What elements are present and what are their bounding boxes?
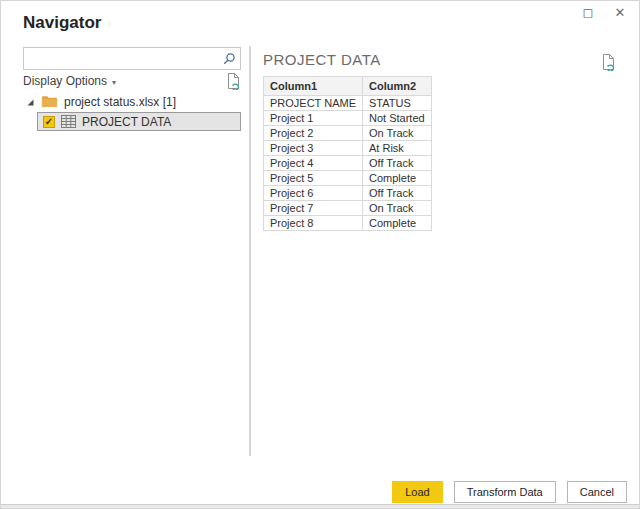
window-controls: ◻ ✕ [579,3,629,21]
navigation-tree: project status.xlsx [1] ✓ PROJECT DATA [23,93,241,131]
table-cell: PROJECT NAME [264,96,363,111]
preview-table: Column1Column2 PROJECT NAMESTATUSProject… [263,76,432,231]
table-row: Project 5Complete [264,171,432,186]
table-row: Project 4Off Track [264,156,432,171]
refresh-source-button[interactable] [226,72,241,90]
table-cell: Project 1 [264,111,363,126]
file-refresh-icon [601,53,616,71]
table-cell: Off Track [362,156,431,171]
column-header: Column1 [264,77,363,96]
file-refresh-icon [226,72,241,90]
checkmark-icon: ✓ [45,117,53,127]
window-bottom-edge [1,504,639,508]
search-input[interactable] [24,48,218,69]
table-cell: Project 2 [264,126,363,141]
transform-data-button[interactable]: Transform Data [454,481,556,503]
table-row: Project 6Off Track [264,186,432,201]
display-options-dropdown[interactable]: Display Options ▾ [23,74,116,88]
refresh-preview-button[interactable] [601,53,616,71]
maximize-button[interactable]: ◻ [579,3,597,21]
preview-title: PROJECT DATA [263,51,381,68]
search-box [23,47,241,70]
display-options-row: Display Options ▾ [23,70,241,92]
search-icon [222,52,236,66]
tree-item-workbook[interactable]: project status.xlsx [1] [23,93,241,110]
table-row: PROJECT NAMESTATUS [264,96,432,111]
tree-expand-icon[interactable] [25,97,35,107]
table-row: Project 8Complete [264,216,432,231]
table-cell: Project 8 [264,216,363,231]
column-header: Column2 [362,77,431,96]
pane-divider [249,46,251,456]
search-button[interactable] [218,48,240,69]
table-cell: Complete [362,171,431,186]
footer-buttons: Load Transform Data Cancel [392,481,627,503]
tree-item-label: PROJECT DATA [82,115,171,129]
cancel-button[interactable]: Cancel [567,481,627,503]
display-options-label: Display Options [23,74,107,88]
table-cell: On Track [362,201,431,216]
folder-icon [41,95,58,108]
table-cell: At Risk [362,141,431,156]
table-row: Project 1Not Started [264,111,432,126]
table-cell: STATUS [362,96,431,111]
table-cell: Project 3 [264,141,363,156]
tree-item-project-data[interactable]: ✓ PROJECT DATA [37,112,241,131]
table-cell: Complete [362,216,431,231]
table-row: Project 2On Track [264,126,432,141]
chevron-down-icon: ▾ [112,78,116,87]
navigator-dialog: Navigator ◻ ✕ Display Options ▾ [0,0,640,509]
project-data-checkbox[interactable]: ✓ [43,116,55,128]
table-cell: Project 5 [264,171,363,186]
close-icon: ✕ [615,5,626,20]
page-title: Navigator [23,13,101,33]
table-header-row: Column1Column2 [264,77,432,96]
maximize-icon: ◻ [583,5,594,20]
table-cell: Project 6 [264,186,363,201]
close-button[interactable]: ✕ [611,3,629,21]
table-row: Project 3At Risk [264,141,432,156]
tree-item-label: project status.xlsx [1] [64,95,176,109]
table-cell: Off Track [362,186,431,201]
table-cell: Project 7 [264,201,363,216]
table-cell: Not Started [362,111,431,126]
table-icon [61,115,76,128]
table-cell: On Track [362,126,431,141]
table-cell: Project 4 [264,156,363,171]
table-row: Project 7On Track [264,201,432,216]
load-button[interactable]: Load [392,481,442,503]
